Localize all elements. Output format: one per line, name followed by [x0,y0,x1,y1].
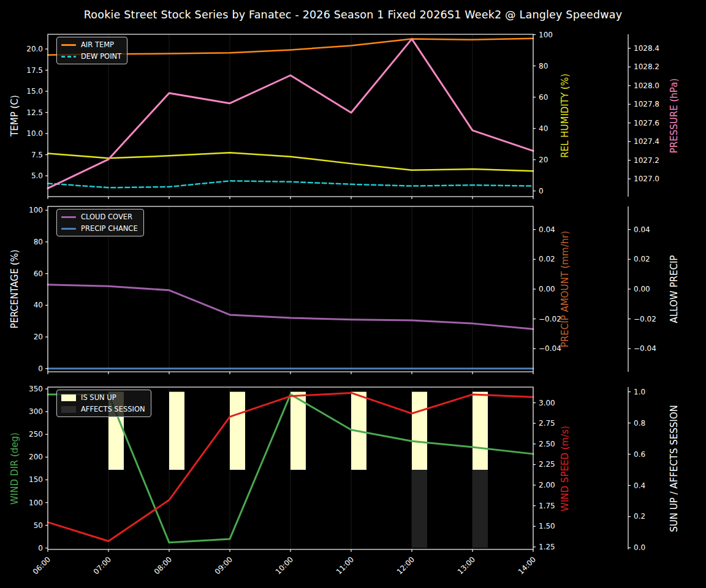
bar-is-sun-up [412,392,427,470]
x-tick-label: 06:00 [31,555,52,576]
tick-label: 0.4 [634,481,645,490]
tick-label: 1028.4 [634,44,659,53]
tick-label: 20.0 [26,45,43,53]
axis-title-percentage: PERCENTAGE (%) [9,197,21,381]
tick-label: 0.2 [634,512,645,521]
tick-label: 15.0 [26,87,43,96]
tick-label: 150 [29,475,43,484]
tick-label: 350 [29,385,43,393]
tick-label: 80 [34,238,43,246]
x-tick-label: 13:00 [456,555,477,576]
tick-label: 1027.8 [634,100,659,108]
legend-item: CLOUD COVER [61,213,138,221]
chart-canvas: 5.07.510.012.515.017.520.002040608010010… [0,0,706,588]
legend-item: DEW POINT [61,52,121,61]
legend-item: PRECIP CHANCE [61,224,138,233]
axis-title-humidity: REL HUMIDITY (%) [559,24,571,208]
tick-label: 1028.0 [634,81,659,90]
legend-label: DEW POINT [81,52,121,61]
legend-label: IS SUN UP [81,393,116,402]
axis-title-pressure: PRESSURE (hPa) [668,24,680,208]
tick-label: 1027.0 [634,175,659,183]
legend-item: AFFECTS SESSION [61,405,145,413]
legend-swatch-icon [61,406,76,413]
tick-label: 0.00 [634,285,650,293]
tick-label: 1028.2 [634,62,659,71]
tick-label: 100 [29,499,43,507]
axis-title-wind-dir: WIND DIR (deg) [9,377,21,560]
tick-label: 0.04 [539,225,555,234]
bar-is-sun-up [290,392,306,470]
tick-label: 0.6 [634,450,645,459]
bar-is-sun-up [169,392,184,470]
legend-cloud-precipitation: CLOUD COVERPRECIP CHANCE [56,209,144,236]
tick-label: 0.02 [634,255,650,263]
tick-label: 1.0 [634,388,645,396]
legend-swatch-icon [61,44,76,46]
tick-label: 100 [539,31,553,39]
bar-affects-session [473,470,488,548]
tick-label: 100 [29,206,43,214]
tick-label: 1027.6 [634,119,659,127]
tick-label: −0.02 [539,315,561,323]
tick-label: 2.50 [539,440,555,448]
x-tick-label: 11:00 [335,555,355,576]
legend-swatch-icon [61,394,76,401]
tick-label: 40 [34,301,43,309]
tick-label: 10.0 [26,129,43,138]
axis-title-temp: TEMP (C) [9,24,21,208]
bar-is-sun-up [230,392,245,470]
x-tick-label: 12:00 [395,555,416,576]
tick-label: 17.5 [26,66,43,75]
legend-label: PRECIP CHANCE [81,224,138,233]
legend-label: AIR TEMP [81,40,114,49]
tick-label: 80 [539,62,548,70]
bar-is-sun-up [473,392,488,470]
x-tick-label: 07:00 [92,555,113,576]
tick-label: 5.0 [31,172,43,180]
tick-label: 0.00 [539,285,555,293]
tick-label: 200 [29,453,43,461]
legend-item: AIR TEMP [61,40,121,49]
tick-label: 20 [34,333,43,341]
x-tick-label: 14:00 [517,555,537,576]
x-tick-label: 09:00 [213,555,234,576]
tick-label: 250 [29,430,43,439]
legend-item: IS SUN UP [61,393,145,402]
tick-label: 0.02 [539,255,555,263]
tick-label: 50 [34,521,43,530]
axis-title-precip-amount: PRECIP AMOUNT (mm/hr) [559,197,571,381]
tick-label: 0.0 [634,543,645,552]
tick-label: 1027.2 [634,156,659,165]
tick-label: 1.50 [539,522,555,530]
x-tick-label: 10:00 [274,555,295,576]
tick-label: 3.00 [539,399,555,407]
legend-swatch-icon [61,228,76,230]
x-tick-label: 08:00 [153,555,173,576]
tick-label: 300 [29,407,43,416]
legend-temperature-humidity-pressure: AIR TEMPDEW POINT [56,37,127,64]
tick-label: 20 [539,156,548,164]
tick-label: 60 [34,270,43,278]
legend-swatch-icon [61,56,76,58]
tick-label: 7.5 [31,151,43,159]
axis-title-wind-speed: WIND SPEED (m/s) [559,377,571,560]
legend-swatch-icon [61,216,76,218]
tick-label: 60 [539,93,548,102]
tick-label: 2.25 [539,460,555,469]
tick-label: 0.04 [634,225,650,234]
tick-label: 1.25 [539,543,555,551]
tick-label: 0.8 [634,419,645,428]
tick-label: −0.02 [634,315,656,323]
axis-title-allow-precip: ALLOW PRECIP [668,197,680,381]
tick-label: −0.04 [634,344,656,353]
legend-wind-sun-session: IS SUN UPAFFECTS SESSION [56,390,151,417]
weather-multipanel-chart: Rookie Street Stock Series by Fanatec - … [0,0,706,588]
axis-title-sun: SUN UP / AFFECTS SESSION [668,377,680,560]
legend-label: AFFECTS SESSION [81,405,145,413]
tick-label: 0 [38,364,43,373]
tick-label: 12.5 [26,108,43,117]
tick-label: 1027.4 [634,137,659,146]
legend-label: CLOUD COVER [81,213,132,221]
tick-label: 1.75 [539,502,555,510]
